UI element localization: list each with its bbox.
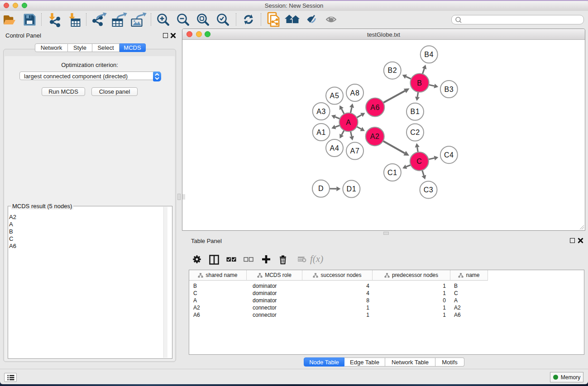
svg-text:B1: B1 [411, 108, 420, 115]
svg-text:D: D [318, 185, 324, 192]
svg-text:C3: C3 [424, 186, 434, 194]
svg-text:A6: A6 [370, 104, 380, 111]
svg-text:D1: D1 [347, 185, 357, 193]
svg-text:C4: C4 [444, 151, 454, 159]
svg-text:A2: A2 [370, 133, 380, 140]
svg-text:A5: A5 [330, 92, 339, 100]
svg-text:A8: A8 [350, 89, 360, 97]
svg-text:B: B [417, 79, 422, 87]
svg-text:A1: A1 [316, 129, 326, 136]
svg-text:A: A [346, 119, 351, 126]
svg-text:A3: A3 [316, 108, 326, 115]
svg-text:C1: C1 [387, 169, 397, 176]
svg-text:B2: B2 [387, 67, 397, 74]
svg-text:B3: B3 [444, 86, 454, 93]
svg-text:C: C [416, 157, 422, 165]
svg-text:A7: A7 [350, 147, 360, 155]
svg-text:B4: B4 [424, 51, 434, 58]
svg-text:A4: A4 [330, 144, 339, 152]
svg-text:C2: C2 [410, 129, 420, 136]
